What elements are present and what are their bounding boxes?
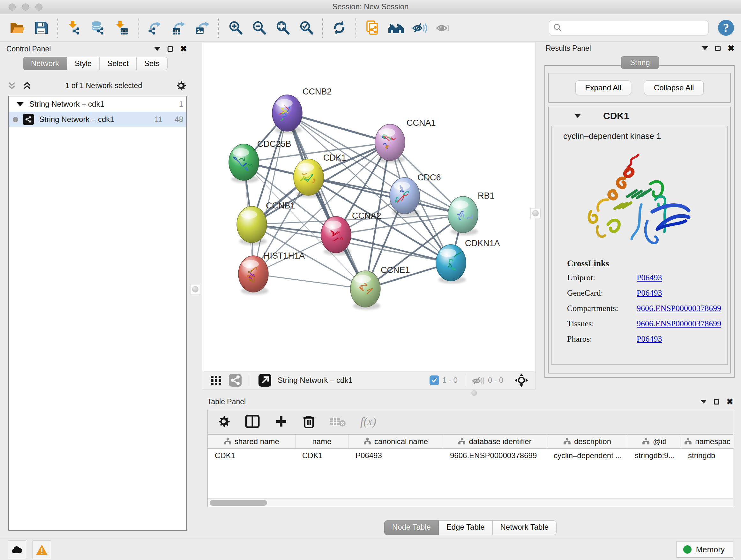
cloud-status-button[interactable] xyxy=(8,541,26,559)
crosslink-link[interactable]: 9606.ENSP00000378699 xyxy=(636,304,721,313)
node-CDK1[interactable]: CDK1 xyxy=(293,153,346,198)
zoom-selected-icon[interactable] xyxy=(298,19,314,36)
edge-CCNB2-HIST1H1A[interactable] xyxy=(253,113,287,274)
add-column-icon[interactable] xyxy=(274,415,288,428)
show-all-eye-icon[interactable] xyxy=(435,19,452,36)
edge-HIST1H1A-CCNE1[interactable] xyxy=(253,274,365,289)
collapse-all-button[interactable]: Collapse All xyxy=(644,80,704,95)
column-header-canonical-name[interactable]: canonical name xyxy=(348,435,443,449)
panel-menu-icon[interactable] xyxy=(702,46,708,50)
search-input[interactable] xyxy=(549,20,709,36)
tab-style[interactable]: Style xyxy=(67,57,99,70)
fit-content-crosshair-icon[interactable] xyxy=(514,373,529,388)
horizontal-splitter[interactable] xyxy=(202,389,741,395)
edge-CCNB2-CCNE1[interactable] xyxy=(287,113,365,289)
import-network-icon[interactable] xyxy=(66,19,83,36)
collapse-arrow-icon[interactable] xyxy=(575,114,581,118)
float-panel-icon[interactable] xyxy=(167,46,173,52)
close-panel-icon[interactable]: ✖ xyxy=(726,397,733,406)
table-gear-icon[interactable] xyxy=(217,415,231,428)
float-panel-icon[interactable] xyxy=(714,399,719,405)
network-view-icon[interactable] xyxy=(227,372,244,388)
column-header-@id[interactable]: @id xyxy=(628,435,681,449)
crosslink-link[interactable]: P06493 xyxy=(636,288,662,298)
tab-node-table[interactable]: Node Table xyxy=(384,520,439,535)
selected-checkbox-icon[interactable] xyxy=(429,375,439,385)
import-table-icon[interactable] xyxy=(113,19,130,36)
tab-select[interactable]: Select xyxy=(99,57,137,70)
tab-network[interactable]: Network xyxy=(23,57,67,70)
hide-selected-icon[interactable] xyxy=(411,19,428,36)
node-CDC25B[interactable]: CDC25B xyxy=(229,139,291,183)
tab-network-table[interactable]: Network Table xyxy=(493,520,557,535)
column-header-description[interactable]: description xyxy=(547,435,628,449)
zoom-fit-icon[interactable] xyxy=(274,19,291,36)
network-canvas[interactable]: CCNB2CCNA1CDC25BCDK1CDC6RB1CCNB1CCNA2CDK… xyxy=(202,43,535,371)
export-table-icon[interactable] xyxy=(170,19,187,36)
table-cell[interactable]: CDK1 xyxy=(208,449,295,462)
export-image-icon[interactable] xyxy=(194,19,210,36)
export-network-icon[interactable] xyxy=(146,19,163,36)
warnings-button[interactable] xyxy=(32,541,51,559)
delete-table-icon[interactable] xyxy=(330,415,346,428)
save-session-icon[interactable] xyxy=(33,19,50,36)
column-header-shared-name[interactable]: shared name xyxy=(208,435,295,449)
column-header-name[interactable]: name xyxy=(295,435,348,449)
gear-icon[interactable] xyxy=(175,79,187,91)
table-cell[interactable]: stringdb xyxy=(681,449,734,462)
collapse-all-chevron-icon[interactable] xyxy=(22,80,32,91)
birds-eye-view-icon[interactable] xyxy=(257,372,273,388)
expand-all-chevron-icon[interactable] xyxy=(6,80,17,91)
network-row-selected[interactable]: String Network – cdk1 11 48 xyxy=(9,112,186,127)
node-CDC6[interactable]: CDC6 xyxy=(390,173,441,216)
memory-button[interactable]: Memory xyxy=(677,541,733,558)
home-network-icon[interactable] xyxy=(388,19,404,36)
table-horizontal-scrollbar[interactable] xyxy=(208,498,733,507)
crosslink-link[interactable]: 9606.ENSP00000378699 xyxy=(636,319,721,328)
column-header-database-identifier[interactable]: database identifier xyxy=(443,435,547,449)
close-panel-icon[interactable]: ✖ xyxy=(728,44,735,52)
node-RB1[interactable]: RB1 xyxy=(448,191,495,235)
help-button[interactable]: ? xyxy=(718,20,734,36)
column-header-namespac[interactable]: namespac xyxy=(681,435,734,449)
import-database-icon[interactable] xyxy=(90,19,106,36)
table-cell[interactable]: stringdb:9... xyxy=(628,449,681,462)
node-CDKN1A[interactable]: CDKN1A xyxy=(436,239,500,284)
table-cell[interactable]: CDK1 xyxy=(295,449,348,462)
zoom-in-icon[interactable] xyxy=(227,19,244,36)
crosslink-link[interactable]: P06493 xyxy=(636,334,662,344)
zoom-out-icon[interactable] xyxy=(251,19,267,36)
right-splitter-handle[interactable] xyxy=(530,208,541,219)
table-cell[interactable]: P06493 xyxy=(348,449,443,462)
tab-string[interactable]: String xyxy=(621,56,659,69)
table-cell[interactable]: 9606.ENSP00000378699 xyxy=(443,449,547,462)
node-CCNE1[interactable]: CCNE1 xyxy=(350,265,410,310)
tab-edge-table[interactable]: Edge Table xyxy=(439,520,493,535)
refresh-icon[interactable] xyxy=(331,19,347,36)
tab-sets[interactable]: Sets xyxy=(137,57,167,70)
network-collection-row[interactable]: String Network – cdk1 1 xyxy=(9,97,186,112)
open-file-icon[interactable] xyxy=(9,19,26,36)
hidden-eye-icon[interactable] xyxy=(471,374,485,386)
left-splitter-handle[interactable] xyxy=(190,284,200,294)
network-view[interactable]: CCNB2CCNA1CDC25BCDK1CDC6RB1CCNB1CCNA2CDK… xyxy=(202,42,536,389)
panel-menu-icon[interactable] xyxy=(700,400,707,403)
table-cell[interactable]: cyclin–dependent ... xyxy=(547,449,628,462)
protein-section-header[interactable]: CDK1 xyxy=(549,107,730,125)
node-CCNA1[interactable]: CCNA1 xyxy=(375,118,436,163)
clone-network-icon[interactable] xyxy=(364,19,381,36)
float-panel-icon[interactable] xyxy=(715,46,721,51)
node-HIST1H1A[interactable]: HIST1H1A xyxy=(239,251,305,295)
collapse-arrow-icon[interactable] xyxy=(17,102,23,106)
table-row[interactable]: CDK1CDK1P064939606.ENSP00000378699cyclin… xyxy=(208,449,734,462)
expand-all-button[interactable]: Expand All xyxy=(576,80,631,95)
columns-icon[interactable] xyxy=(245,415,260,428)
function-builder-icon[interactable]: f(x) xyxy=(360,415,376,428)
panel-menu-icon[interactable] xyxy=(154,47,160,51)
results-panel-title: Results Panel xyxy=(546,44,591,53)
crosslink-link[interactable]: P06493 xyxy=(636,273,662,283)
close-panel-icon[interactable]: ✖ xyxy=(180,45,187,53)
delete-column-icon[interactable] xyxy=(302,414,316,429)
scrollbar-thumb[interactable] xyxy=(210,500,267,506)
grid-view-icon[interactable] xyxy=(208,372,224,388)
